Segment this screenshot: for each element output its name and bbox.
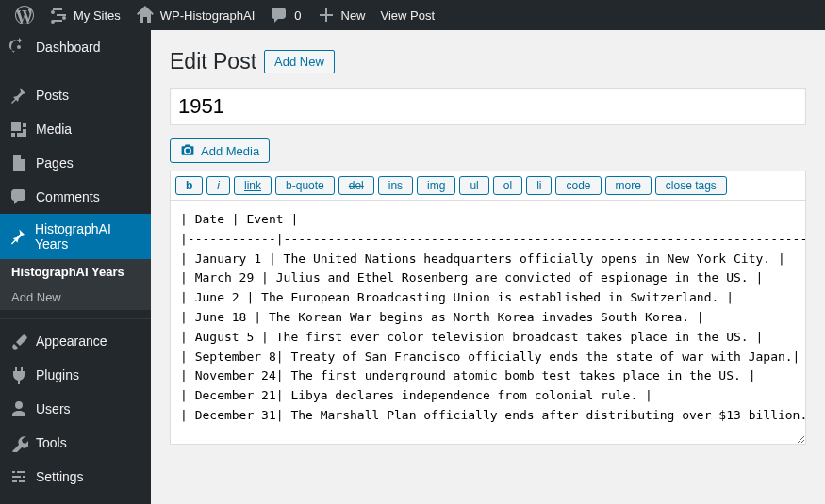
camera-icon: [180, 143, 195, 158]
qt-italic[interactable]: i: [206, 176, 230, 195]
qt-ol[interactable]: ol: [493, 176, 522, 195]
submenu-histographai: HistographAI Years Add New: [0, 259, 151, 310]
plugin-icon: [9, 366, 28, 384]
admin-menu: Dashboard Posts Media Pages Comments His…: [0, 30, 151, 504]
menu-pages[interactable]: Pages: [0, 146, 151, 180]
my-sites[interactable]: My Sites: [41, 0, 128, 30]
menu-plugins[interactable]: Plugins: [0, 358, 151, 392]
admin-bar: My Sites WP-HistographAI 0 New View Post: [0, 0, 825, 30]
wrench-icon: [9, 433, 28, 452]
menu-media[interactable]: Media: [0, 112, 151, 146]
main-content: Edit Post Add New Add Media b i link b-q…: [151, 30, 825, 504]
brush-icon: [9, 332, 28, 350]
comment-icon: [270, 6, 289, 24]
qt-img[interactable]: img: [417, 176, 455, 195]
media-icon: [9, 120, 28, 138]
pin-icon: [9, 86, 28, 105]
quicktags-toolbar: b i link b-quote del ins img ul ol li co…: [170, 171, 806, 200]
my-sites-label: My Sites: [74, 8, 121, 23]
qt-code[interactable]: code: [555, 176, 601, 195]
new-label: New: [341, 8, 366, 23]
site-name[interactable]: WP-HistographAI: [128, 0, 262, 30]
qt-del[interactable]: del: [338, 176, 374, 195]
comments-count: 0: [294, 8, 301, 23]
site-name-label: WP-HistographAI: [160, 8, 255, 23]
menu-comments[interactable]: Comments: [0, 180, 151, 214]
menu-dashboard[interactable]: Dashboard: [0, 30, 151, 64]
qt-bquote[interactable]: b-quote: [275, 176, 335, 195]
menu-histographai[interactable]: HistographAI Years: [0, 214, 151, 259]
qt-link[interactable]: link: [234, 176, 272, 195]
menu-tools[interactable]: Tools: [0, 426, 151, 460]
menu-users[interactable]: Users: [0, 392, 151, 426]
view-post[interactable]: View Post: [373, 0, 443, 30]
new-content[interactable]: New: [309, 0, 373, 30]
wp-logo[interactable]: [8, 0, 41, 30]
network-icon: [49, 6, 68, 24]
pin-icon: [9, 227, 27, 246]
comments-link[interactable]: 0: [262, 0, 308, 30]
submenu-add-new[interactable]: Add New: [0, 285, 151, 310]
view-post-label: View Post: [381, 8, 436, 23]
sliders-icon: [9, 467, 28, 486]
qt-bold[interactable]: b: [175, 176, 203, 195]
page-heading: Edit Post: [170, 49, 256, 74]
comments-icon: [9, 187, 28, 206]
menu-appearance[interactable]: Appearance: [0, 324, 151, 358]
home-icon: [136, 6, 155, 24]
plus-icon: [317, 6, 336, 24]
menu-settings[interactable]: Settings: [0, 460, 151, 494]
qt-ins[interactable]: ins: [378, 176, 413, 195]
page-icon: [9, 154, 28, 172]
post-title-input[interactable]: [170, 88, 806, 125]
wordpress-icon: [15, 6, 34, 24]
dashboard-icon: [9, 38, 28, 57]
post-content-editor[interactable]: [170, 200, 806, 445]
qt-close[interactable]: close tags: [655, 176, 727, 195]
add-new-button[interactable]: Add New: [264, 50, 335, 73]
qt-ul[interactable]: ul: [459, 176, 488, 195]
submenu-all[interactable]: HistographAI Years: [0, 259, 151, 285]
user-icon: [9, 399, 28, 418]
menu-posts[interactable]: Posts: [0, 78, 151, 112]
qt-more[interactable]: more: [605, 176, 652, 195]
qt-li[interactable]: li: [526, 176, 552, 195]
add-media-button[interactable]: Add Media: [170, 138, 270, 163]
